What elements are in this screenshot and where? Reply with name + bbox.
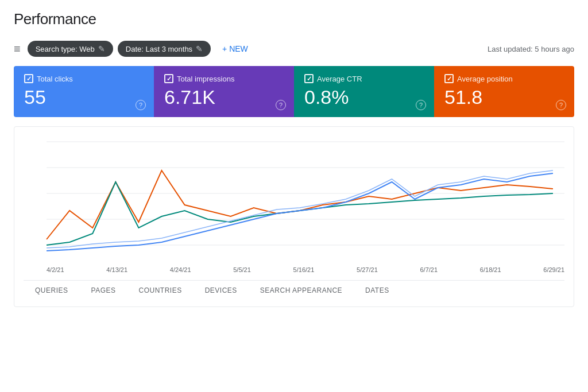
- x-label-3: 5/5/21: [233, 266, 251, 273]
- new-button[interactable]: + NEW: [218, 41, 253, 57]
- average-ctr-value: 0.8%: [304, 87, 424, 108]
- average-ctr-label: Average CTR: [317, 75, 362, 83]
- total-impressions-value: 6.71K: [164, 87, 284, 108]
- metric-total-clicks[interactable]: Total clicks 55 ?: [14, 66, 154, 117]
- filter-icon[interactable]: ≡: [14, 42, 21, 56]
- x-label-5: 5/27/21: [357, 266, 378, 273]
- total-impressions-label: Total impressions: [177, 75, 234, 83]
- average-position-help-icon[interactable]: ?: [556, 100, 566, 110]
- x-label-1: 4/13/21: [106, 266, 127, 273]
- x-label-7: 6/18/21: [480, 266, 501, 273]
- toolbar: ≡ Search type: Web ✎ Date: Last 3 months…: [14, 36, 574, 66]
- tab-devices[interactable]: DEVICES: [194, 281, 249, 302]
- tab-countries[interactable]: COUNTRIES: [127, 281, 193, 302]
- tab-dates[interactable]: DATES: [354, 281, 401, 302]
- page-title: Performance: [14, 0, 574, 36]
- date-range-chip[interactable]: Date: Last 3 months ✎: [118, 41, 211, 57]
- search-type-edit-icon: ✎: [98, 44, 105, 53]
- metrics-row: Total clicks 55 ? Total impressions 6.71…: [14, 66, 574, 117]
- search-type-chip[interactable]: Search type: Web ✎: [28, 41, 113, 57]
- total-clicks-label: Total clicks: [37, 75, 73, 83]
- page-container: Performance ≡ Search type: Web ✎ Date: L…: [0, 0, 588, 392]
- metric-total-impressions[interactable]: Total impressions 6.71K ?: [154, 66, 294, 117]
- tab-search-appearance[interactable]: SEARCH APPEARANCE: [249, 281, 354, 302]
- x-axis-labels: 4/2/21 4/13/21 4/24/21 5/5/21 5/16/21 5/…: [24, 264, 564, 273]
- x-label-8: 6/29/21: [543, 266, 564, 273]
- total-impressions-help-icon[interactable]: ?: [276, 100, 286, 110]
- metric-average-ctr[interactable]: Average CTR 0.8% ?: [294, 66, 434, 117]
- tabs-row: QUERIES PAGES COUNTRIES DEVICES SEARCH A…: [24, 280, 564, 302]
- x-label-0: 4/2/21: [47, 266, 64, 273]
- x-label-6: 6/7/21: [420, 266, 438, 273]
- total-clicks-value: 55: [24, 87, 144, 108]
- date-range-label: Date: Last 3 months: [126, 45, 192, 53]
- average-ctr-checkbox[interactable]: [304, 74, 314, 83]
- last-updated-text: Last updated: 5 hours ago: [488, 45, 574, 53]
- metric-average-position[interactable]: Average position 51.8 ?: [434, 66, 574, 117]
- performance-chart: [24, 136, 564, 262]
- average-position-value: 51.8: [444, 87, 564, 108]
- search-type-label: Search type: Web: [36, 45, 95, 53]
- date-range-edit-icon: ✎: [196, 44, 203, 53]
- total-clicks-checkbox[interactable]: [24, 74, 33, 83]
- average-position-checkbox[interactable]: [444, 74, 454, 83]
- tab-pages[interactable]: PAGES: [80, 281, 127, 302]
- x-label-4: 5/16/21: [293, 266, 315, 273]
- new-button-label: + NEW: [222, 44, 248, 53]
- total-impressions-checkbox[interactable]: [164, 74, 173, 83]
- tab-queries[interactable]: QUERIES: [24, 281, 80, 302]
- average-ctr-help-icon[interactable]: ?: [416, 100, 426, 110]
- total-clicks-help-icon[interactable]: ?: [136, 100, 146, 110]
- x-label-2: 4/24/21: [170, 266, 191, 273]
- chart-container: 4/2/21 4/13/21 4/24/21 5/5/21 5/16/21 5/…: [14, 126, 574, 307]
- average-position-label: Average position: [457, 75, 513, 83]
